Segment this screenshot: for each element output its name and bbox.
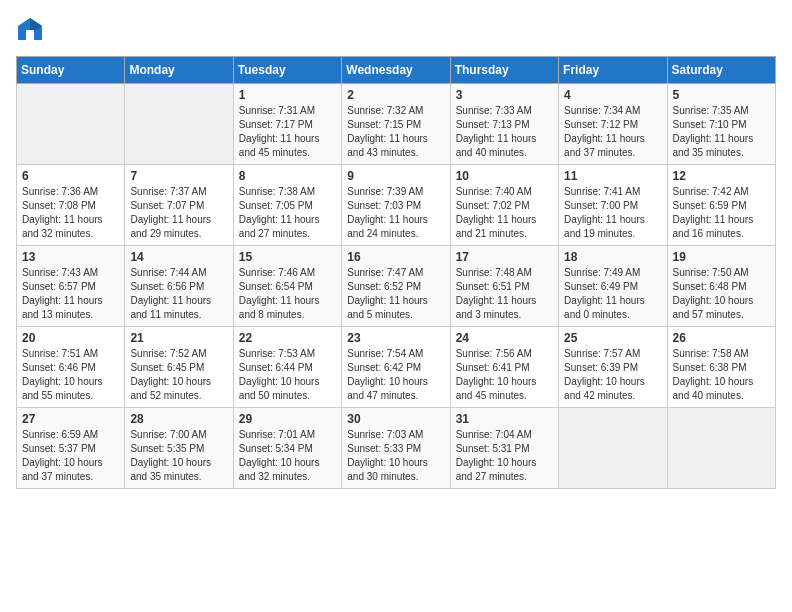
day-cell xyxy=(17,84,125,165)
day-info: Sunrise: 7:48 AM Sunset: 6:51 PM Dayligh… xyxy=(456,266,553,322)
day-number: 2 xyxy=(347,88,444,102)
day-info: Sunrise: 7:49 AM Sunset: 6:49 PM Dayligh… xyxy=(564,266,661,322)
day-cell: 22Sunrise: 7:53 AM Sunset: 6:44 PM Dayli… xyxy=(233,327,341,408)
day-cell: 27Sunrise: 6:59 AM Sunset: 5:37 PM Dayli… xyxy=(17,408,125,489)
day-info: Sunrise: 7:38 AM Sunset: 7:05 PM Dayligh… xyxy=(239,185,336,241)
day-cell: 4Sunrise: 7:34 AM Sunset: 7:12 PM Daylig… xyxy=(559,84,667,165)
day-cell: 31Sunrise: 7:04 AM Sunset: 5:31 PM Dayli… xyxy=(450,408,558,489)
svg-rect-2 xyxy=(26,30,34,40)
logo xyxy=(16,16,48,44)
day-info: Sunrise: 7:54 AM Sunset: 6:42 PM Dayligh… xyxy=(347,347,444,403)
day-info: Sunrise: 7:51 AM Sunset: 6:46 PM Dayligh… xyxy=(22,347,119,403)
day-info: Sunrise: 7:50 AM Sunset: 6:48 PM Dayligh… xyxy=(673,266,770,322)
day-number: 7 xyxy=(130,169,227,183)
day-info: Sunrise: 7:36 AM Sunset: 7:08 PM Dayligh… xyxy=(22,185,119,241)
day-number: 27 xyxy=(22,412,119,426)
page-header xyxy=(16,16,776,44)
day-number: 20 xyxy=(22,331,119,345)
day-cell: 2Sunrise: 7:32 AM Sunset: 7:15 PM Daylig… xyxy=(342,84,450,165)
col-header-friday: Friday xyxy=(559,57,667,84)
day-info: Sunrise: 7:40 AM Sunset: 7:02 PM Dayligh… xyxy=(456,185,553,241)
day-cell: 26Sunrise: 7:58 AM Sunset: 6:38 PM Dayli… xyxy=(667,327,775,408)
week-row-3: 13Sunrise: 7:43 AM Sunset: 6:57 PM Dayli… xyxy=(17,246,776,327)
col-header-saturday: Saturday xyxy=(667,57,775,84)
day-number: 29 xyxy=(239,412,336,426)
day-cell xyxy=(125,84,233,165)
day-info: Sunrise: 7:37 AM Sunset: 7:07 PM Dayligh… xyxy=(130,185,227,241)
day-info: Sunrise: 6:59 AM Sunset: 5:37 PM Dayligh… xyxy=(22,428,119,484)
day-info: Sunrise: 7:56 AM Sunset: 6:41 PM Dayligh… xyxy=(456,347,553,403)
day-info: Sunrise: 7:44 AM Sunset: 6:56 PM Dayligh… xyxy=(130,266,227,322)
day-cell: 8Sunrise: 7:38 AM Sunset: 7:05 PM Daylig… xyxy=(233,165,341,246)
day-number: 19 xyxy=(673,250,770,264)
day-number: 30 xyxy=(347,412,444,426)
day-cell: 20Sunrise: 7:51 AM Sunset: 6:46 PM Dayli… xyxy=(17,327,125,408)
day-info: Sunrise: 7:53 AM Sunset: 6:44 PM Dayligh… xyxy=(239,347,336,403)
day-info: Sunrise: 7:01 AM Sunset: 5:34 PM Dayligh… xyxy=(239,428,336,484)
day-cell: 15Sunrise: 7:46 AM Sunset: 6:54 PM Dayli… xyxy=(233,246,341,327)
day-number: 14 xyxy=(130,250,227,264)
day-info: Sunrise: 7:52 AM Sunset: 6:45 PM Dayligh… xyxy=(130,347,227,403)
day-info: Sunrise: 7:42 AM Sunset: 6:59 PM Dayligh… xyxy=(673,185,770,241)
day-number: 13 xyxy=(22,250,119,264)
col-header-monday: Monday xyxy=(125,57,233,84)
day-info: Sunrise: 7:41 AM Sunset: 7:00 PM Dayligh… xyxy=(564,185,661,241)
col-header-thursday: Thursday xyxy=(450,57,558,84)
day-number: 24 xyxy=(456,331,553,345)
day-number: 31 xyxy=(456,412,553,426)
day-cell: 14Sunrise: 7:44 AM Sunset: 6:56 PM Dayli… xyxy=(125,246,233,327)
week-row-5: 27Sunrise: 6:59 AM Sunset: 5:37 PM Dayli… xyxy=(17,408,776,489)
day-info: Sunrise: 7:57 AM Sunset: 6:39 PM Dayligh… xyxy=(564,347,661,403)
day-number: 21 xyxy=(130,331,227,345)
day-cell: 23Sunrise: 7:54 AM Sunset: 6:42 PM Dayli… xyxy=(342,327,450,408)
day-cell: 30Sunrise: 7:03 AM Sunset: 5:33 PM Dayli… xyxy=(342,408,450,489)
day-number: 5 xyxy=(673,88,770,102)
day-cell: 12Sunrise: 7:42 AM Sunset: 6:59 PM Dayli… xyxy=(667,165,775,246)
calendar-table: SundayMondayTuesdayWednesdayThursdayFrid… xyxy=(16,56,776,489)
day-cell xyxy=(667,408,775,489)
day-number: 15 xyxy=(239,250,336,264)
day-number: 26 xyxy=(673,331,770,345)
day-cell: 9Sunrise: 7:39 AM Sunset: 7:03 PM Daylig… xyxy=(342,165,450,246)
day-number: 17 xyxy=(456,250,553,264)
day-cell: 28Sunrise: 7:00 AM Sunset: 5:35 PM Dayli… xyxy=(125,408,233,489)
day-cell: 5Sunrise: 7:35 AM Sunset: 7:10 PM Daylig… xyxy=(667,84,775,165)
day-cell: 1Sunrise: 7:31 AM Sunset: 7:17 PM Daylig… xyxy=(233,84,341,165)
day-cell: 13Sunrise: 7:43 AM Sunset: 6:57 PM Dayli… xyxy=(17,246,125,327)
day-number: 22 xyxy=(239,331,336,345)
day-info: Sunrise: 7:31 AM Sunset: 7:17 PM Dayligh… xyxy=(239,104,336,160)
col-header-wednesday: Wednesday xyxy=(342,57,450,84)
col-header-tuesday: Tuesday xyxy=(233,57,341,84)
day-cell: 7Sunrise: 7:37 AM Sunset: 7:07 PM Daylig… xyxy=(125,165,233,246)
day-cell: 18Sunrise: 7:49 AM Sunset: 6:49 PM Dayli… xyxy=(559,246,667,327)
day-info: Sunrise: 7:58 AM Sunset: 6:38 PM Dayligh… xyxy=(673,347,770,403)
day-number: 28 xyxy=(130,412,227,426)
day-number: 11 xyxy=(564,169,661,183)
day-number: 25 xyxy=(564,331,661,345)
day-cell: 3Sunrise: 7:33 AM Sunset: 7:13 PM Daylig… xyxy=(450,84,558,165)
day-info: Sunrise: 7:47 AM Sunset: 6:52 PM Dayligh… xyxy=(347,266,444,322)
day-info: Sunrise: 7:04 AM Sunset: 5:31 PM Dayligh… xyxy=(456,428,553,484)
day-cell: 10Sunrise: 7:40 AM Sunset: 7:02 PM Dayli… xyxy=(450,165,558,246)
day-number: 8 xyxy=(239,169,336,183)
day-info: Sunrise: 7:00 AM Sunset: 5:35 PM Dayligh… xyxy=(130,428,227,484)
day-number: 23 xyxy=(347,331,444,345)
day-number: 10 xyxy=(456,169,553,183)
week-row-1: 1Sunrise: 7:31 AM Sunset: 7:17 PM Daylig… xyxy=(17,84,776,165)
week-row-4: 20Sunrise: 7:51 AM Sunset: 6:46 PM Dayli… xyxy=(17,327,776,408)
day-number: 3 xyxy=(456,88,553,102)
day-cell: 29Sunrise: 7:01 AM Sunset: 5:34 PM Dayli… xyxy=(233,408,341,489)
day-cell: 19Sunrise: 7:50 AM Sunset: 6:48 PM Dayli… xyxy=(667,246,775,327)
day-number: 4 xyxy=(564,88,661,102)
day-info: Sunrise: 7:34 AM Sunset: 7:12 PM Dayligh… xyxy=(564,104,661,160)
day-info: Sunrise: 7:33 AM Sunset: 7:13 PM Dayligh… xyxy=(456,104,553,160)
logo-icon xyxy=(16,16,44,44)
day-cell: 17Sunrise: 7:48 AM Sunset: 6:51 PM Dayli… xyxy=(450,246,558,327)
day-cell: 6Sunrise: 7:36 AM Sunset: 7:08 PM Daylig… xyxy=(17,165,125,246)
col-header-sunday: Sunday xyxy=(17,57,125,84)
day-cell: 11Sunrise: 7:41 AM Sunset: 7:00 PM Dayli… xyxy=(559,165,667,246)
day-number: 9 xyxy=(347,169,444,183)
day-info: Sunrise: 7:39 AM Sunset: 7:03 PM Dayligh… xyxy=(347,185,444,241)
day-number: 12 xyxy=(673,169,770,183)
day-info: Sunrise: 7:32 AM Sunset: 7:15 PM Dayligh… xyxy=(347,104,444,160)
